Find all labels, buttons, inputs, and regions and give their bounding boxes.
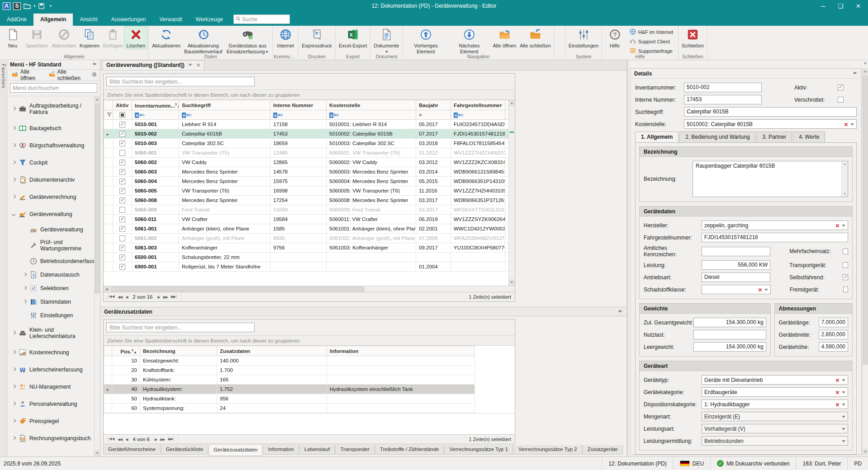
- extra-data-row[interactable]: 20 Kraftstofftank: 1.700: [104, 366, 475, 375]
- tree-item[interactable]: Einstellungen: [8, 309, 94, 322]
- column-header-suchbegriff[interactable]: Suchbegriff: [179, 100, 270, 110]
- interne-nummer-field[interactable]: 17453: [684, 95, 762, 104]
- expander-chevron-icon[interactable]: [23, 259, 27, 263]
- extra-data-row[interactable]: 10 Einsatzgewicht: 140.000: [104, 356, 475, 366]
- column-header-fahrgestellnummer[interactable]: Fahrgestellnummer: [451, 100, 505, 110]
- column-header-information[interactable]: Information: [327, 346, 475, 356]
- tree-item[interactable]: Datenaustausch: [8, 268, 94, 282]
- open-folder-icon[interactable]: [24, 3, 31, 9]
- tree-item[interactable]: Kostenrechnung: [8, 344, 94, 361]
- details-tab[interactable]: 3. Partner: [757, 132, 792, 142]
- close-all-button[interactable]: Alle schließen: [518, 27, 552, 49]
- clear-x-icon[interactable]: [758, 287, 762, 293]
- extra-data-row[interactable]: 50 Hydrauliktank: 956: [104, 394, 475, 404]
- device-row[interactable]: 5060-003 Mercedes Benz Sprinter 14578 50…: [104, 167, 509, 177]
- pager-next-button[interactable]: ▶: [155, 437, 157, 442]
- device-row[interactable]: 5060-008 Mercedes Benz Sprinter 17254 50…: [104, 196, 509, 205]
- device-row[interactable]: 6900-001 Rollgerüst, bis 7 Meter Standhö…: [104, 262, 509, 272]
- antriebsart-field[interactable]: Diesel: [702, 273, 770, 282]
- expander-chevron-icon[interactable]: [12, 402, 16, 406]
- extra-data-row[interactable]: 40 Hydrauliksystem: 1.752 Hydrauliksyste…: [104, 385, 475, 394]
- chevron-down-icon[interactable]: [842, 440, 845, 442]
- expander-chevron-icon[interactable]: [23, 244, 27, 248]
- help-button[interactable]: ? Hilfe: [603, 27, 626, 49]
- row-active-checkbox[interactable]: [119, 254, 125, 260]
- fremdgeraet-checkbox[interactable]: [843, 287, 848, 292]
- expander-chevron-icon[interactable]: [12, 331, 16, 335]
- device-row[interactable]: 6500-001 Schalungsbretter, 22 mm: [104, 253, 509, 262]
- tree-item[interactable]: Dokumentenarchiv: [8, 171, 94, 188]
- dispositionskategorie-combo[interactable]: 1: Hydraulikbagger: [702, 400, 848, 409]
- open-all-button[interactable]: Alle öffnen: [491, 27, 518, 49]
- pager-next-page-button[interactable]: ▶▶: [160, 437, 165, 442]
- pin-icon[interactable]: [853, 70, 858, 77]
- copy-button[interactable]: Kopieren: [78, 27, 101, 49]
- details-tab[interactable]: 1. Allgemein: [635, 132, 678, 142]
- nutzlast-field[interactable]: [693, 330, 766, 339]
- clear-x-icon[interactable]: [835, 402, 840, 408]
- device-row[interactable]: 5060-004 Mercedes Benz Sprinter 15975 50…: [104, 177, 509, 186]
- favorites-tab[interactable]: Favoriten: [1, 64, 6, 89]
- mengenart-combo[interactable]: Einzelgerät (E): [702, 412, 848, 421]
- geraetelaenge-field[interactable]: 7.000,000: [819, 318, 848, 327]
- internet-button[interactable]: Internet: [274, 27, 297, 49]
- bottom-tab[interactable]: Information: [263, 445, 299, 455]
- ribbon-search[interactable]: [233, 14, 290, 24]
- tree-item[interactable]: Betriebsstundenerfassung: [8, 254, 94, 268]
- clear-x-icon[interactable]: [835, 223, 840, 229]
- clear-x-icon[interactable]: [844, 122, 848, 128]
- express-print-button[interactable]: Expressdruck: [300, 27, 334, 49]
- device-row[interactable]: 5010-002 Caterpillar 6015B 17453 5010002…: [104, 129, 509, 139]
- geraetehoehe-field[interactable]: 4.590,000: [819, 342, 848, 352]
- expander-chevron-icon[interactable]: [12, 195, 16, 199]
- hersteller-combo[interactable]: zeppelin, garching: [702, 221, 848, 230]
- pager-next-page-button[interactable]: ▶▶: [163, 295, 168, 299]
- row-active-checkbox[interactable]: [119, 245, 125, 251]
- menu-search-input[interactable]: [10, 83, 97, 93]
- refresh-button[interactable]: Aktualisieren: [150, 27, 182, 49]
- suchbegriff-field[interactable]: Caterpillar 6015B: [684, 107, 857, 117]
- group-by-hint[interactable]: Ziehen Sie eine Spaltenüberschrift in di…: [104, 89, 515, 100]
- leistungsermittlung-combo[interactable]: Betriebsstunden: [702, 436, 848, 446]
- close-all-tree-button[interactable]: Alle schließen: [47, 68, 90, 82]
- expander-chevron-icon[interactable]: [23, 314, 27, 318]
- column-header-pos[interactable]: Pos.1▲: [112, 346, 140, 356]
- bottom-tab[interactable]: Gerätestückliste: [161, 445, 208, 455]
- expander-chevron-icon[interactable]: [12, 127, 16, 131]
- settings-button[interactable]: Einstellungen: [567, 27, 600, 49]
- row-active-checkbox[interactable]: [119, 197, 125, 203]
- column-header-bezeichnung[interactable]: Bezeichnung: [140, 346, 217, 356]
- expander-chevron-icon[interactable]: [12, 161, 16, 165]
- row-active-checkbox[interactable]: [119, 122, 125, 127]
- expander-chevron-icon[interactable]: [12, 144, 16, 148]
- chevron-down-icon[interactable]: [842, 379, 845, 381]
- pager-first-button[interactable]: ⏐◀◀: [107, 437, 114, 442]
- gear-icon[interactable]: [91, 71, 97, 79]
- tree-item[interactable]: Personalverwaltung: [8, 395, 94, 413]
- expander-chevron-icon[interactable]: [23, 300, 27, 304]
- row-active-checkbox[interactable]: [119, 141, 125, 146]
- device-row[interactable]: 5061-002 Anhänger (groß), mit Plane 8595…: [104, 234, 509, 243]
- maximize-button[interactable]: ❑: [838, 3, 843, 9]
- grid-search-input[interactable]: [106, 77, 255, 86]
- device-row[interactable]: 5060-009 Ford Transit 14269 5060009: For…: [104, 205, 509, 215]
- excel-export-button[interactable]: X Excel-Export: [337, 27, 369, 49]
- menu-tab[interactable]: Auswertungen: [104, 14, 153, 26]
- leistungsart-combo[interactable]: Vorhaltegerät (V): [702, 424, 848, 433]
- bottom-tab[interactable]: Geräteführerscheine: [103, 445, 161, 455]
- bottom-tab[interactable]: Verrechnungssätze Typ 1: [444, 445, 513, 455]
- column-header-kostenstelle[interactable]: Kostenstelle: [327, 100, 416, 110]
- pin-icon[interactable]: [618, 309, 623, 315]
- quick-access-dropdown-icon[interactable]: ▾: [50, 4, 52, 8]
- row-active-checkbox[interactable]: [119, 235, 125, 241]
- row-active-checkbox[interactable]: [119, 179, 125, 184]
- delete-button[interactable]: Löschen: [124, 27, 147, 49]
- pin-icon[interactable]: [92, 61, 97, 68]
- refresh-history-button[interactable]: Aktualisierung Baustellenverlauf: [182, 27, 224, 54]
- expander-chevron-icon[interactable]: [12, 107, 16, 111]
- menu-tab[interactable]: AddOne: [0, 14, 33, 26]
- row-active-checkbox[interactable]: [119, 188, 125, 194]
- grid-horizontal-scrollbar[interactable]: ◀: [104, 286, 515, 292]
- tree-item[interactable]: Stammdaten: [8, 295, 94, 309]
- row-active-checkbox[interactable]: [119, 216, 125, 222]
